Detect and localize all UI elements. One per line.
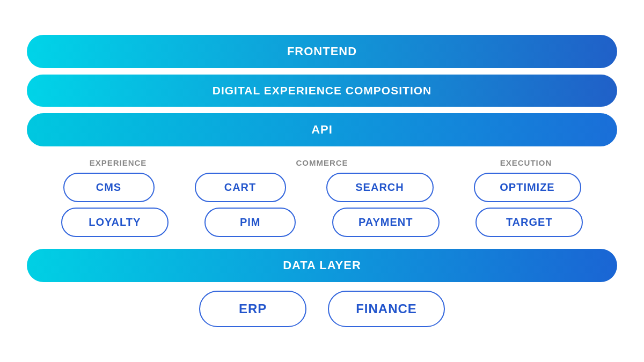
search-pill: SEARCH bbox=[326, 173, 434, 202]
pills-row-1: CMS CART SEARCH OPTIMIZE bbox=[43, 173, 601, 202]
experience-category: EXPERIENCE bbox=[64, 158, 172, 167]
pills-row-2: LOYALTY PIM PAYMENT TARGET bbox=[43, 208, 601, 237]
execution-category: EXECUTION bbox=[472, 158, 580, 167]
category-labels: EXPERIENCE COMMERCE EXECUTION bbox=[43, 158, 601, 167]
payment-pill: PAYMENT bbox=[332, 208, 440, 237]
middle-section: EXPERIENCE COMMERCE EXECUTION CMS CART S… bbox=[27, 153, 617, 242]
bottom-pills: ERP FINANCE bbox=[199, 291, 445, 327]
frontend-label: FRONTEND bbox=[287, 45, 357, 58]
cart-pill: CART bbox=[195, 173, 286, 202]
cms-pill: CMS bbox=[63, 173, 155, 202]
frontend-bar: FRONTEND bbox=[27, 35, 617, 68]
loyalty-pill: LOYALTY bbox=[61, 208, 169, 237]
architecture-diagram: FRONTEND DIGITAL EXPERIENCE COMPOSITION … bbox=[27, 35, 617, 327]
commerce-category: COMMERCE bbox=[215, 158, 429, 167]
datalayer-bar: DATA LAYER bbox=[27, 249, 617, 282]
pim-pill: PIM bbox=[204, 208, 296, 237]
target-pill: TARGET bbox=[475, 208, 583, 237]
datalayer-label: DATA LAYER bbox=[283, 258, 361, 272]
api-label: API bbox=[311, 123, 333, 136]
finance-pill: FINANCE bbox=[328, 291, 445, 327]
digital-bar: DIGITAL EXPERIENCE COMPOSITION bbox=[27, 75, 617, 107]
digital-label: DIGITAL EXPERIENCE COMPOSITION bbox=[213, 84, 431, 97]
optimize-pill: OPTIMIZE bbox=[474, 173, 581, 202]
erp-pill: ERP bbox=[199, 291, 306, 327]
api-bar: API bbox=[27, 113, 617, 146]
